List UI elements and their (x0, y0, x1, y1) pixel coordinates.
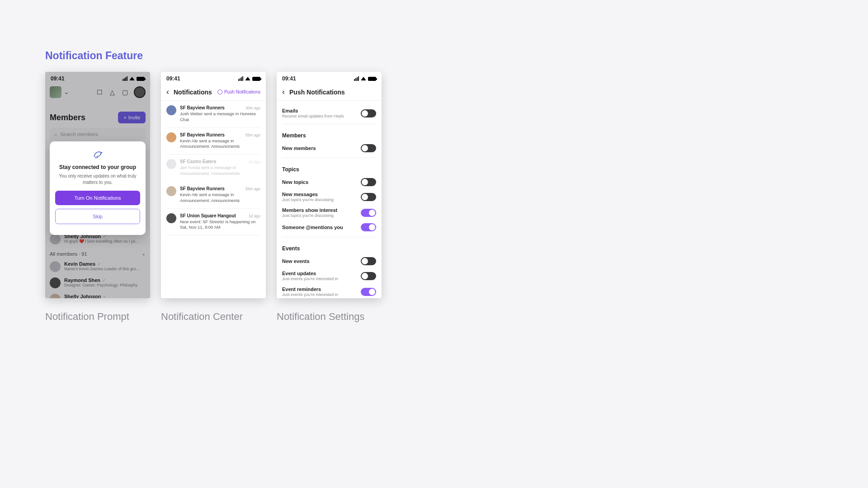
setting-row: Someone @mentions you (282, 221, 376, 234)
status-time: 09:41 (166, 75, 180, 82)
avatar (166, 159, 176, 169)
header-title: Notifications (174, 89, 217, 96)
notification-time: 55m ago (245, 133, 260, 137)
notification-item[interactable]: SF Castro Eaters 1d ago Jen Yonda sent a… (166, 155, 260, 182)
notification-group: SF Bayview Runners (180, 132, 225, 137)
setting-row: Event reminders Just events you're inter… (282, 284, 376, 298)
notification-group: SF Bayview Runners (180, 105, 225, 110)
signal-icon (354, 76, 359, 81)
skip-button[interactable]: Skip (55, 209, 140, 224)
setting-toggle[interactable] (361, 144, 376, 152)
setting-label: Someone @mentions you (282, 225, 343, 230)
battery-icon (252, 77, 260, 81)
notification-item[interactable]: SF Bayview Runners 55m ago Kevin Ale sen… (166, 128, 260, 155)
section-heading: Events (282, 245, 376, 252)
bird-icon (92, 149, 103, 160)
status-icons (354, 76, 376, 81)
notification-message: Kevin Ale sent a message in Announcement… (180, 138, 260, 150)
back-button[interactable]: ‹ (166, 87, 169, 97)
status-icons (238, 76, 260, 81)
setting-toggle[interactable] (361, 223, 376, 231)
setting-sub: Receive email updates from Heylo (282, 114, 344, 118)
notification-time: 30m ago (245, 106, 260, 110)
setting-toggle[interactable] (361, 272, 376, 280)
notification-message: New event: SF Streets! is happening on S… (180, 219, 260, 231)
setting-label: New messages (282, 192, 334, 197)
status-bar: 09:41 (277, 72, 382, 84)
section-heading: Topics (282, 166, 376, 173)
screen-notification-prompt: 09:41 ⌄ ☐ △ ▢ (45, 72, 150, 298)
status-time: 09:41 (282, 75, 296, 82)
notification-time: 1d ago (249, 214, 260, 218)
caption: Notification Center (161, 311, 266, 323)
caption: Notification Prompt (45, 311, 150, 323)
screen-notification-center: 09:41 ‹ Notifications Push Notifications… (161, 72, 266, 298)
setting-row: New members (282, 141, 376, 155)
setting-label: New members (282, 145, 316, 151)
setting-label: Emails (282, 108, 344, 113)
setting-label: New topics (282, 179, 308, 185)
setting-label: Members show interest (282, 207, 337, 213)
notification-time: 1d ago (249, 160, 260, 164)
caption: Notification Settings (277, 311, 382, 323)
modal-body: You only receive updates on what truly m… (55, 173, 140, 185)
setting-toggle[interactable] (361, 178, 376, 186)
setting-row: New topics (282, 175, 376, 189)
notification-prompt-modal: Stay connected to your group You only re… (50, 141, 146, 235)
turn-on-notifications-button[interactable]: Turn On Notifications (55, 191, 140, 205)
avatar (166, 213, 176, 223)
setting-toggle[interactable] (361, 288, 376, 296)
setting-sub: Just topics you're discussing (282, 197, 334, 202)
notification-message: Jen Yonda sent a message in Announcement… (180, 165, 260, 177)
setting-sub: Just events you're interested in (282, 292, 338, 297)
wifi-icon (245, 77, 250, 80)
setting-row: New messages Just topics you're discussi… (282, 189, 376, 205)
notification-item[interactable]: SF Union Square Hangout 1d ago New event… (166, 209, 260, 236)
header-title: Push Notifications (289, 89, 376, 96)
wifi-icon (361, 77, 366, 80)
setting-sub: Just topics you're discussing (282, 213, 337, 218)
setting-row: New events (282, 254, 376, 268)
emails-toggle[interactable] (361, 109, 376, 117)
setting-label: Event reminders (282, 286, 338, 292)
notification-group: SF Union Square Hangout (180, 213, 236, 218)
setting-row: Event updates Just events you're interes… (282, 268, 376, 284)
notification-item[interactable]: SF Bayview Runners 30m ago Josh Weber se… (166, 101, 260, 128)
avatar (166, 105, 176, 115)
setting-toggle[interactable] (361, 193, 376, 201)
notification-group: SF Bayview Runners (180, 186, 225, 191)
avatar (166, 186, 176, 196)
notification-message: Kevin Ale sent a message in Announcement… (180, 192, 260, 204)
notification-item[interactable]: SF Bayview Runners 55m ago Kevin Ale sen… (166, 182, 260, 209)
page-title: Notification Feature (45, 50, 143, 62)
push-notifications-link[interactable]: Push Notifications (217, 89, 260, 94)
screen-notification-settings: 09:41 ‹ Push Notifications Emails Receiv… (277, 72, 382, 298)
battery-icon (368, 77, 376, 81)
notification-time: 55m ago (245, 187, 260, 191)
setting-toggle[interactable] (361, 257, 376, 265)
status-bar: 09:41 (161, 72, 266, 84)
setting-label: Event updates (282, 271, 338, 276)
section-heading: Members (282, 132, 376, 139)
notification-message: Josh Weber sent a message in Hunnies Cha… (180, 111, 260, 123)
signal-icon (238, 76, 243, 81)
back-button[interactable]: ‹ (282, 87, 285, 97)
gear-icon (217, 89, 222, 94)
notification-group: SF Castro Eaters (180, 159, 217, 164)
modal-title: Stay connected to your group (59, 164, 136, 170)
setting-toggle[interactable] (361, 209, 376, 217)
setting-label: New events (282, 258, 310, 264)
setting-sub: Just events you're interested in (282, 277, 338, 281)
setting-row: Members show interest Just topics you're… (282, 205, 376, 221)
avatar (166, 132, 176, 142)
